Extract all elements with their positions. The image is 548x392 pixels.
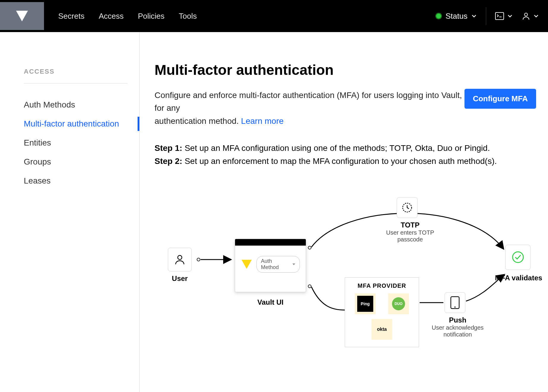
okta-icon: okta: [371, 319, 392, 340]
svg-point-7: [178, 255, 182, 260]
main-content: Multi-factor authentication Configure an…: [140, 32, 548, 392]
status-indicator-icon: [435, 13, 442, 19]
sidebar-item-groups[interactable]: Groups: [24, 152, 127, 171]
svg-point-5: [308, 246, 311, 249]
diagram-totp-node: [397, 197, 418, 218]
nav-secrets[interactable]: Secrets: [58, 12, 84, 21]
svg-point-11: [454, 306, 456, 308]
main-nav: Secrets Access Policies Tools: [58, 12, 197, 21]
diagram-push-label: Push User acknowledges notification: [428, 316, 487, 338]
diagram-vault-ui-label: Vault UI: [253, 298, 288, 306]
setup-steps: Step 1: Set up an MFA configuration usin…: [155, 142, 536, 167]
step2-text: Set up an enforcement to map the MFA con…: [182, 157, 497, 166]
svg-point-2: [525, 13, 527, 16]
caret-down-icon: [292, 263, 295, 266]
svg-point-12: [513, 252, 523, 263]
phone-icon: [450, 296, 460, 309]
svg-marker-8: [242, 260, 252, 269]
configure-mfa-button[interactable]: Configure MFA: [464, 89, 536, 109]
sidebar: ACCESS Auth Methods Multi-factor authent…: [0, 32, 140, 392]
page-description: Configure and enforce multi-factor authe…: [155, 89, 464, 127]
ping-identity-icon: Ping: [355, 293, 376, 314]
check-circle-icon: [511, 250, 525, 264]
nav-policies[interactable]: Policies: [138, 12, 165, 21]
push-title: Push: [449, 316, 467, 324]
diagram-user-node: [168, 248, 192, 271]
user-dropdown[interactable]: [522, 12, 539, 20]
diagram-totp-label: TOTP User enters TOTP passcode: [380, 221, 440, 243]
sidebar-divider: [24, 83, 127, 83]
status-dropdown[interactable]: Status: [435, 12, 477, 21]
svg-rect-1: [495, 12, 504, 20]
user-icon: [522, 12, 530, 20]
sidebar-item-auth-methods[interactable]: Auth Methods: [24, 95, 127, 114]
diagram-validates-label: MFA validates: [487, 274, 548, 282]
vault-logo[interactable]: [0, 2, 44, 30]
learn-more-link[interactable]: Learn more: [241, 116, 284, 126]
sidebar-item-mfa[interactable]: Multi-factor authentication: [24, 114, 127, 133]
svg-marker-0: [16, 11, 28, 21]
terminal-icon: [495, 12, 504, 20]
header-right: Status: [435, 7, 539, 25]
vault-logo-icon: [241, 258, 252, 270]
step1-label: Step 1:: [155, 143, 182, 153]
status-label: Status: [445, 12, 467, 21]
description-line2: authentication method.: [155, 116, 239, 126]
step1-text: Set up an MFA configuration using one of…: [182, 143, 490, 153]
totp-title: TOTP: [401, 221, 420, 229]
auth-method-pill: Auth Method: [256, 256, 300, 273]
clock-icon: [401, 202, 413, 214]
user-icon: [174, 254, 186, 265]
diagram-vault-ui-node: Auth Method: [235, 239, 306, 292]
duo-icon: DUO: [388, 293, 409, 314]
svg-point-6: [308, 285, 311, 288]
diagram-validates-node: [505, 245, 530, 270]
nav-tools[interactable]: Tools: [179, 12, 197, 21]
diagram-user-label: User: [171, 274, 189, 283]
push-subtitle: User acknowledges notification: [428, 324, 487, 338]
sidebar-section-title: ACCESS: [24, 68, 127, 75]
sidebar-item-leases[interactable]: Leases: [24, 171, 127, 190]
mfa-flow-diagram: User Auth Method Vault UI TOTP User ente…: [155, 185, 536, 363]
header-divider: [486, 7, 486, 25]
diagram-push-node: [445, 292, 465, 313]
vault-logo-icon: [15, 10, 29, 23]
auth-method-pill-label: Auth Method: [261, 258, 290, 271]
svg-point-3: [197, 258, 200, 261]
sidebar-item-entities[interactable]: Entities: [24, 133, 127, 152]
app-header: Secrets Access Policies Tools Status: [0, 0, 548, 32]
mfa-provider-title: MFA PROVIDER: [351, 282, 413, 289]
description-line1: Configure and enforce multi-factor authe…: [155, 91, 462, 113]
step2-label: Step 2:: [155, 157, 182, 166]
chevron-down-icon: [533, 13, 539, 19]
diagram-mfa-provider-node: MFA PROVIDER Ping DUO okta: [345, 277, 419, 347]
chevron-down-icon: [471, 13, 477, 19]
console-dropdown[interactable]: [495, 12, 513, 20]
nav-access[interactable]: Access: [99, 12, 124, 21]
totp-subtitle: User enters TOTP passcode: [380, 229, 440, 243]
chevron-down-icon: [507, 13, 513, 19]
page-title: Multi-factor authentication: [155, 62, 536, 78]
